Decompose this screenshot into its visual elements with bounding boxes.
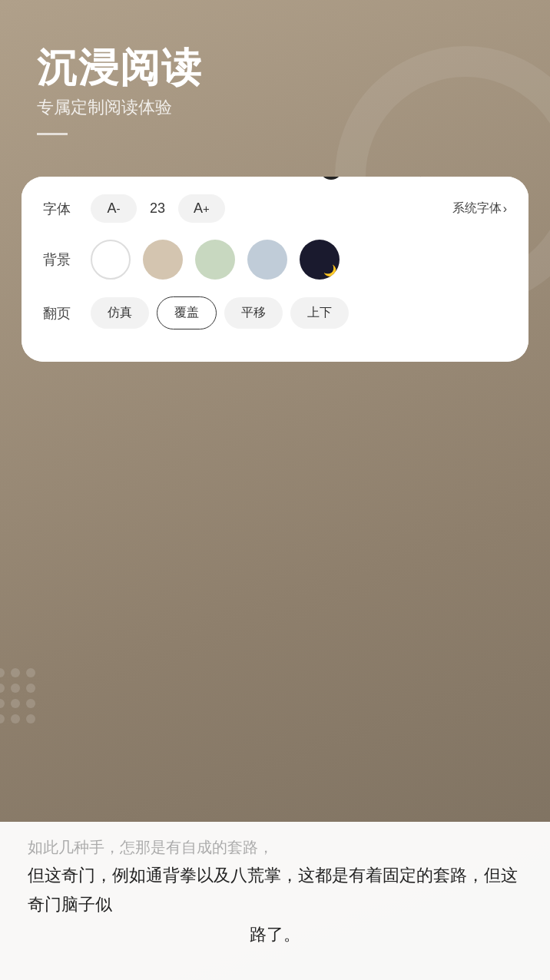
svg-point-9: [0, 714, 5, 723]
book-card: 武动乾坤 黑暗的精神空间中，林动的身影再度出现而随着他的身影出现，两道光影也是紧…: [22, 177, 528, 362]
svg-point-3: [0, 684, 5, 693]
page-simulated-button[interactable]: 仿真: [91, 297, 149, 329]
page-options: 仿真 覆盖 平移 上下: [91, 296, 349, 329]
header-divider: [37, 133, 68, 135]
svg-point-0: [0, 668, 5, 677]
svg-point-10: [11, 714, 20, 723]
font-family-button[interactable]: 系统字体 ›: [452, 200, 507, 217]
bg-blue-button[interactable]: [247, 240, 287, 280]
settings-panel: 亮度: [22, 177, 528, 362]
svg-point-11: [26, 714, 35, 723]
bg-options: [91, 240, 340, 280]
bottom-paragraph-2: 路了。: [28, 920, 522, 950]
font-family-label: 系统字体: [452, 200, 502, 217]
bottom-paragraph-1: 但这奇门，例如通背拳以及八荒掌，这都是有着固定的套路，但这奇门脑子似: [28, 861, 522, 920]
page-label: 翻页: [43, 304, 81, 323]
svg-point-4: [11, 684, 20, 693]
app-title: 沉浸阅读: [37, 46, 203, 90]
decorative-dots: [0, 657, 77, 750]
page-slide-button[interactable]: 平移: [224, 297, 283, 329]
bg-label: 背景: [43, 250, 81, 269]
font-size-value: 23: [146, 200, 169, 217]
font-row: 字体 A- 23 A+ 系统字体 ›: [43, 194, 507, 223]
svg-point-6: [0, 699, 5, 708]
bg-green-button[interactable]: [195, 240, 235, 280]
header: 沉浸阅读 专属定制阅读体验: [37, 46, 203, 135]
brightness-row: 亮度: [43, 177, 507, 177]
svg-point-5: [26, 684, 35, 693]
font-increase-button[interactable]: A+: [178, 194, 225, 223]
font-controls: A- 23 A+: [91, 194, 225, 223]
brightness-label: 亮度: [43, 177, 81, 177]
background-row: 背景: [43, 240, 507, 280]
slider-thumb[interactable]: [320, 177, 343, 180]
page-scroll-button[interactable]: 上下: [290, 297, 349, 329]
eye-mode-toggle[interactable]: 护眼模式: [420, 177, 507, 177]
page-cover-button[interactable]: 覆盖: [157, 296, 217, 329]
chevron-right-icon: ›: [503, 202, 507, 216]
page-row: 翻页 仿真 覆盖 平移 上下: [43, 296, 507, 329]
bottom-text-area: 如此几种手，怎那是有自成的套路， 但这奇门，例如通背拳以及八荒掌，这都是有着固定…: [0, 822, 550, 981]
font-label: 字体: [43, 200, 81, 218]
font-decrease-button[interactable]: A-: [91, 194, 137, 223]
bottom-text-partial: 如此几种手，怎那是有自成的套路，: [28, 834, 522, 861]
bg-beige-button[interactable]: [143, 240, 183, 280]
bg-black-button[interactable]: [300, 240, 340, 280]
eye-icon: [433, 177, 453, 177]
svg-point-2: [26, 668, 35, 677]
svg-point-1: [11, 668, 20, 677]
svg-point-7: [11, 699, 20, 708]
svg-point-8: [26, 699, 35, 708]
app-subtitle: 专属定制阅读体验: [37, 96, 203, 119]
bg-white-button[interactable]: [91, 240, 131, 280]
